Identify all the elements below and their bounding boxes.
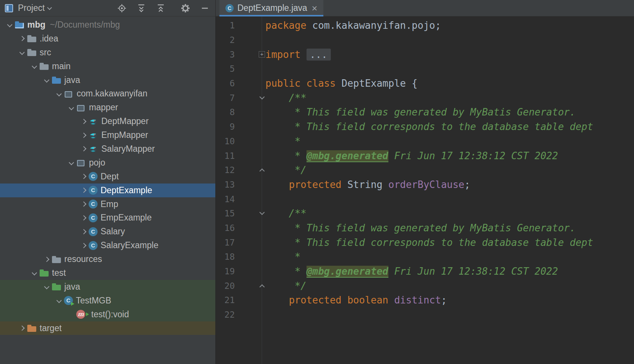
- tree-row-idea[interactable]: .idea: [0, 32, 215, 46]
- chevron-down-icon[interactable]: [30, 61, 39, 71]
- line-number[interactable]: 9: [216, 122, 235, 132]
- expand-all-icon[interactable]: [136, 3, 147, 13]
- folded-region[interactable]: ...: [307, 49, 331, 61]
- line-number[interactable]: 2: [216, 35, 235, 45]
- chevron-right-icon[interactable]: [17, 323, 27, 333]
- chevron-down-icon[interactable]: [17, 47, 27, 57]
- line-number[interactable]: 13: [216, 180, 235, 189]
- project-folder-icon: [15, 20, 24, 29]
- tree-row-test[interactable]: test: [0, 266, 215, 280]
- project-tool-window-icon[interactable]: [4, 3, 14, 13]
- chevron-right-icon[interactable]: [79, 227, 89, 237]
- tree-row-deptmapper[interactable]: DeptMapper: [0, 114, 215, 128]
- code-segment: DeptExample {: [336, 78, 418, 89]
- code-line: 6public class DeptExample {: [216, 76, 634, 91]
- chevron-right-icon[interactable]: [17, 34, 27, 43]
- locate-file-icon[interactable]: [117, 3, 127, 13]
- tree-row-src[interactable]: src: [0, 46, 215, 59]
- chevron-right-icon[interactable]: [42, 255, 52, 264]
- chevron-down-icon[interactable]: [5, 20, 15, 30]
- mapper-file-icon: [89, 131, 98, 140]
- chevron-down-icon[interactable]: [54, 89, 64, 99]
- line-number[interactable]: 21: [216, 295, 235, 305]
- tree-row-emp[interactable]: CEmp: [0, 197, 215, 211]
- tree-item-label: SalaryMapper: [101, 144, 155, 154]
- fold-gutter: +: [235, 51, 262, 58]
- code-segment: Fri Jun 17 12:38:12 CST 2022: [388, 150, 558, 161]
- tree-row-java[interactable]: java: [0, 280, 215, 294]
- tree-row-target[interactable]: target: [0, 321, 215, 335]
- line-number[interactable]: 14: [216, 194, 235, 204]
- tree-row-mapper[interactable]: mapper: [0, 101, 215, 114]
- tree-row-java[interactable]: java: [0, 73, 215, 87]
- code-segment: *: [265, 251, 301, 262]
- chevron-down-icon[interactable]: [30, 268, 39, 278]
- code-text: protected String orderByClause;: [262, 179, 470, 190]
- line-number[interactable]: 11: [216, 151, 235, 161]
- tree-row-com-kakawanyifan[interactable]: com.kakawanyifan: [0, 87, 215, 101]
- chevron-down-icon[interactable]: [54, 296, 64, 305]
- chevron-right-icon[interactable]: [79, 130, 89, 140]
- tree-item-label: DeptExample: [101, 185, 152, 195]
- line-number[interactable]: 17: [216, 238, 235, 247]
- line-number[interactable]: 10: [216, 136, 235, 146]
- chevron-down-icon[interactable]: [42, 75, 52, 85]
- line-number[interactable]: 5: [216, 64, 235, 74]
- hide-tool-window-icon[interactable]: [200, 3, 210, 13]
- settings-gear-icon[interactable]: [180, 3, 191, 13]
- tree-row-test-void[interactable]: mtest():void: [0, 308, 215, 321]
- chevron-right-icon[interactable]: [79, 185, 89, 195]
- tree-row-mbg[interactable]: mbg~/Documents/mbg: [0, 18, 215, 32]
- line-number[interactable]: 15: [216, 209, 235, 218]
- code-editor[interactable]: 1package com.kakawanyifan.pojo;23+import…: [216, 16, 634, 364]
- tree-item-label: DeptMapper: [101, 116, 149, 126]
- tree-row-dept[interactable]: CDept: [0, 170, 215, 183]
- tree-item-label: Dept: [101, 172, 119, 182]
- code-text: * @mbg.generated Fri Jun 17 12:38:12 CST…: [262, 266, 558, 277]
- tree-row-empexample[interactable]: CEmpExample: [0, 211, 215, 225]
- chevron-down-icon[interactable]: [67, 103, 76, 112]
- code-segment: */: [265, 280, 307, 291]
- collapse-all-icon[interactable]: [156, 3, 166, 13]
- code-line: 20 */: [216, 278, 634, 293]
- chevron-right-icon[interactable]: [79, 144, 89, 154]
- chevron-down-icon[interactable]: [67, 158, 76, 167]
- chevron-down-icon[interactable]: [42, 282, 52, 291]
- line-number[interactable]: 12: [216, 165, 235, 175]
- line-number[interactable]: 1: [216, 21, 235, 30]
- line-number[interactable]: 20: [216, 281, 235, 291]
- chevron-down-icon[interactable]: [46, 4, 54, 12]
- project-panel-title[interactable]: Project: [18, 3, 45, 13]
- tree-row-resources[interactable]: resources: [0, 252, 215, 266]
- line-number[interactable]: 7: [216, 93, 235, 103]
- line-number[interactable]: 22: [216, 310, 235, 320]
- fold-gutter: [235, 96, 262, 100]
- code-segment: protected: [289, 294, 342, 306]
- tree-row-salarymapper[interactable]: SalaryMapper: [0, 142, 215, 156]
- fold-gutter: [235, 168, 262, 172]
- tab-deptexample-java[interactable]: C DeptExample.java ×: [219, 0, 323, 16]
- code-segment: package: [265, 20, 307, 31]
- tree-row-pojo[interactable]: pojo: [0, 156, 215, 170]
- chevron-right-icon[interactable]: [79, 117, 89, 126]
- tree-row-salary[interactable]: CSalary: [0, 225, 215, 238]
- line-number[interactable]: 8: [216, 107, 235, 117]
- chevron-right-icon[interactable]: [79, 213, 89, 223]
- tree-row-deptexample[interactable]: CDeptExample: [0, 183, 215, 197]
- line-number[interactable]: 19: [216, 266, 235, 276]
- tree-item-label: main: [52, 61, 71, 71]
- tree-row-salaryexample[interactable]: CSalaryExample: [0, 238, 215, 252]
- tree-row-main[interactable]: main: [0, 59, 215, 73]
- close-icon[interactable]: ×: [312, 4, 317, 12]
- chevron-right-icon[interactable]: [79, 172, 89, 181]
- tree-row-testmgb[interactable]: CTestMGB: [0, 294, 215, 308]
- tree-row-empmapper[interactable]: EmpMapper: [0, 128, 215, 142]
- code-segment: boolean: [347, 294, 388, 306]
- line-number[interactable]: 6: [216, 78, 235, 88]
- chevron-right-icon[interactable]: [79, 199, 89, 209]
- line-number[interactable]: 16: [216, 223, 235, 233]
- line-number[interactable]: 18: [216, 252, 235, 262]
- fold-expand-icon[interactable]: +: [259, 51, 265, 58]
- chevron-right-icon[interactable]: [79, 241, 89, 250]
- line-number[interactable]: 3: [216, 50, 235, 59]
